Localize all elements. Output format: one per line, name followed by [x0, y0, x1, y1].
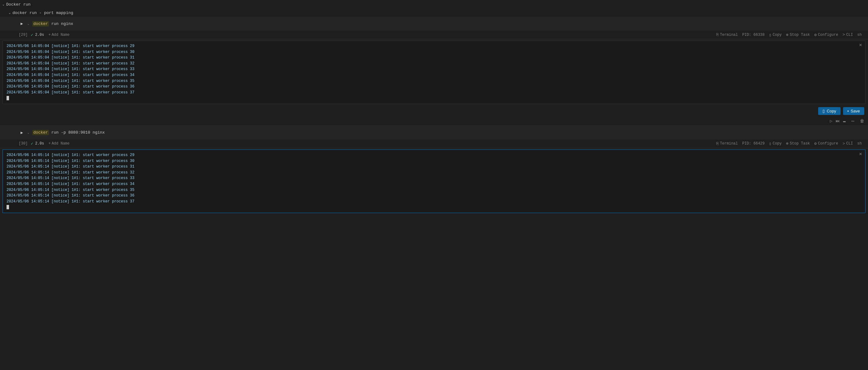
- output-line-1-5: 2024/05/06 14:05:04 [notice] 1#1: start …: [6, 66, 862, 72]
- task-index-1: [29]: [19, 33, 28, 37]
- action-buttons-row-1: ▯ Copy ▪ Save: [0, 105, 868, 117]
- terminal-icon-2: ⎘: [716, 142, 719, 146]
- chevron-down-icon-sub: ⌄: [9, 11, 10, 14]
- cmd-keyword-2: docker: [32, 130, 49, 135]
- skip-forward-btn-1[interactable]: ⏭: [836, 119, 840, 124]
- output-line-2-6: 2024/05/06 14:05:14 [notice] 1#1: start …: [6, 181, 862, 187]
- mini-toolbar-1: ▷ ⏭ ▬ ⋯ 🗑: [0, 117, 868, 125]
- cli-button-2[interactable]: > CLI: [842, 142, 853, 146]
- gear-icon-1: ⚙: [814, 32, 817, 37]
- task-chevron-1[interactable]: ⌄: [27, 22, 29, 26]
- copy-action-button-1[interactable]: ▯ Copy: [818, 107, 840, 115]
- copy-icon-1: ▯: [769, 32, 771, 37]
- trash-btn-1[interactable]: 🗑: [860, 119, 864, 124]
- sh-label-2: sh: [858, 142, 862, 146]
- configure-button-1[interactable]: ⚙ Configure: [814, 32, 838, 37]
- task-status-row-1: [29] ✓ 2.0s + Add Name ⎘ Terminal PID: 6…: [0, 31, 868, 39]
- section-header-docker-run[interactable]: ⌄ Docker run: [0, 0, 868, 9]
- task-block-1: ▶ ⌄ docker run nginx [29] ✓ 2.0s + Add N…: [0, 17, 868, 125]
- configure-button-2[interactable]: ⚙ Configure: [814, 141, 838, 146]
- close-output-2[interactable]: ✕: [859, 152, 862, 157]
- add-name-label-2: Add Name: [52, 142, 70, 146]
- cmd-rest-1: run nginx: [52, 22, 73, 26]
- cli-label-2: CLI: [846, 142, 853, 146]
- task-command-row-2: ▶ ⌄ docker run -p 8080:9010 nginx: [0, 126, 868, 140]
- save-action-label-1: Save: [850, 109, 860, 113]
- cursor-1: [6, 96, 9, 100]
- terminal-label-1: Terminal: [720, 33, 738, 37]
- output-line-1-7: 2024/05/06 14:05:04 [notice] 1#1: start …: [6, 78, 862, 84]
- more-options-btn-1[interactable]: ⋯: [849, 118, 857, 124]
- add-name-button-1[interactable]: + Add Name: [48, 33, 69, 37]
- output-panel-2: ✕ 2024/05/06 14:05:14 [notice] 1#1: star…: [2, 150, 866, 213]
- configure-label-1: Configure: [818, 33, 838, 37]
- save-icon-1: ▪: [847, 109, 849, 113]
- output-line-2-5: 2024/05/06 14:05:14 [notice] 1#1: start …: [6, 175, 862, 181]
- layout-btn-1[interactable]: ▬: [843, 119, 845, 124]
- stop-task-label-2: Stop Task: [790, 142, 810, 146]
- copy-button-toolbar-1[interactable]: ▯ Copy: [769, 32, 782, 37]
- output-line-2-3: 2024/05/06 14:05:14 [notice] 1#1: start …: [6, 164, 862, 170]
- terminal-button-1[interactable]: ⎘ Terminal: [716, 32, 738, 37]
- task-play-button-1[interactable]: ▶: [19, 21, 25, 27]
- stop-task-button-2[interactable]: ⊗ Stop Task: [786, 141, 810, 146]
- output-panel-1: ✕ 2024/05/06 14:05:04 [notice] 1#1: star…: [2, 40, 866, 104]
- output-line-1-6: 2024/05/06 14:05:04 [notice] 1#1: start …: [6, 72, 862, 78]
- output-line-2-4: 2024/05/06 14:05:14 [notice] 1#1: start …: [6, 170, 862, 176]
- output-cursor-line-2: [6, 204, 862, 210]
- pid-label-2: PID: 66429: [742, 142, 765, 146]
- output-line-2-7: 2024/05/06 14:05:14 [notice] 1#1: start …: [6, 187, 862, 193]
- copy-action-icon-1: ▯: [823, 109, 825, 113]
- section-label-docker-run: Docker run: [6, 2, 31, 7]
- task-play-button-2[interactable]: ▶: [19, 129, 25, 136]
- save-action-button-1[interactable]: ▪ Save: [843, 107, 864, 115]
- close-output-1[interactable]: ✕: [859, 43, 862, 48]
- task-index-2: [30]: [19, 142, 28, 146]
- sh-label-1: sh: [858, 33, 862, 37]
- cli-label-1: CLI: [846, 33, 853, 37]
- stop-icon-2: ⊗: [786, 141, 788, 146]
- pid-label-1: PID: 66338: [742, 33, 765, 37]
- output-line-1-1: 2024/05/06 14:05:04 [notice] 1#1: start …: [6, 43, 862, 49]
- task-toolbar-2: ⎘ Terminal PID: 66429 ▯ Copy ⊗ Stop Task…: [716, 141, 862, 146]
- task-toolbar-1: ⎘ Terminal PID: 66338 ▯ Copy ⊗ Stop Task…: [716, 32, 862, 37]
- task-duration-1: 2.0s: [35, 33, 44, 37]
- terminal-button-2[interactable]: ⎘ Terminal: [716, 142, 738, 146]
- subsection-header-port-mapping[interactable]: ⌄ docker run - port mapping: [0, 9, 868, 17]
- add-name-button-2[interactable]: + Add Name: [48, 142, 69, 146]
- task-command-2: docker run -p 8080:9010 nginx: [32, 130, 105, 135]
- forward-btn-1[interactable]: ▷: [830, 118, 833, 124]
- output-line-2-2: 2024/05/06 14:05:14 [notice] 1#1: start …: [6, 158, 862, 164]
- output-line-1-8: 2024/05/06 14:05:04 [notice] 1#1: start …: [6, 84, 862, 90]
- output-line-2-1: 2024/05/06 14:05:14 [notice] 1#1: start …: [6, 152, 862, 158]
- configure-label-2: Configure: [818, 142, 838, 146]
- chevron-down-icon: ⌄: [2, 2, 4, 6]
- cmd-keyword-1: docker: [32, 21, 49, 27]
- copy-action-label-1: Copy: [827, 109, 836, 113]
- status-check-icon-2: ✓: [31, 141, 33, 146]
- cli-icon-2: >: [842, 142, 845, 146]
- gear-icon-2: ⚙: [814, 141, 817, 146]
- plus-icon-1: +: [48, 33, 51, 37]
- output-cursor-line-1: [6, 95, 862, 101]
- stop-task-button-1[interactable]: ⊗ Stop Task: [786, 32, 810, 37]
- output-line-2-9: 2024/05/06 14:05:14 [notice] 1#1: start …: [6, 199, 862, 205]
- output-line-1-3: 2024/05/06 14:05:04 [notice] 1#1: start …: [6, 55, 862, 61]
- terminal-label-2: Terminal: [720, 142, 738, 146]
- cmd-rest-2: run -p 8080:9010 nginx: [52, 130, 105, 135]
- output-line-1-2: 2024/05/06 14:05:04 [notice] 1#1: start …: [6, 49, 862, 55]
- cli-button-1[interactable]: > CLI: [842, 32, 853, 37]
- copy-icon-2: ▯: [769, 141, 771, 146]
- copy-label-2: Copy: [773, 142, 782, 146]
- status-check-icon-1: ✓: [31, 32, 33, 37]
- copy-button-toolbar-2[interactable]: ▯ Copy: [769, 141, 782, 146]
- task-chevron-2[interactable]: ⌄: [27, 131, 29, 134]
- subsection-label-port-mapping: docker run - port mapping: [12, 10, 73, 15]
- cli-icon-1: >: [842, 32, 845, 37]
- copy-label-1: Copy: [773, 33, 782, 37]
- task-duration-2: 2.0s: [35, 142, 44, 146]
- cursor-2: [6, 205, 9, 209]
- output-line-2-8: 2024/05/06 14:05:14 [notice] 1#1: start …: [6, 193, 862, 199]
- add-name-label-1: Add Name: [52, 33, 70, 37]
- task-runner: ⌄ Docker run ⌄ docker run - port mapping…: [0, 0, 868, 370]
